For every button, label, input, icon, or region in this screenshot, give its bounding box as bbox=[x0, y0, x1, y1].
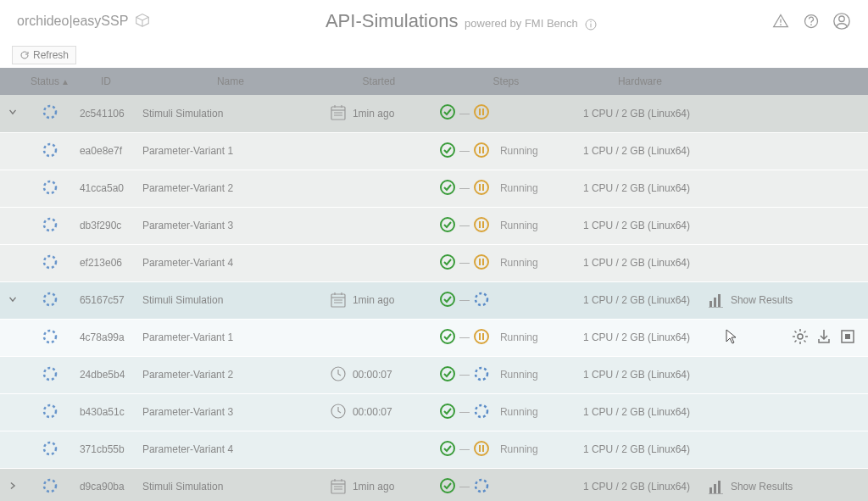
pause-icon bbox=[473, 103, 490, 123]
check-icon bbox=[439, 477, 456, 497]
table-row[interactable]: 2c541106 Stimuli Simulation 1min ago — 1… bbox=[0, 95, 868, 132]
check-icon bbox=[439, 253, 456, 273]
row-hardware: 1 CPU / 2 GB (Linux64) bbox=[578, 95, 702, 132]
step-label: Running bbox=[500, 182, 538, 194]
pause-icon bbox=[473, 253, 490, 273]
warning-icon[interactable] bbox=[771, 12, 790, 31]
status-spinner-icon bbox=[42, 329, 58, 344]
table-row[interactable]: 4c78a99a Parameter-Variant 1 — Running 1… bbox=[0, 319, 868, 356]
check-icon bbox=[439, 440, 456, 459]
row-name: Parameter-Variant 3 bbox=[137, 393, 324, 431]
started-text: 1min ago bbox=[353, 481, 394, 493]
row-id: b430a51c bbox=[75, 393, 137, 431]
status-spinner-icon bbox=[42, 478, 58, 493]
info-icon[interactable] bbox=[584, 18, 598, 31]
chart-icon[interactable] bbox=[707, 477, 724, 497]
show-results-link[interactable]: Show Results bbox=[731, 294, 793, 306]
table-row[interactable]: 65167c57 Stimuli Simulation 1min ago — 1… bbox=[0, 281, 868, 319]
spinner-icon bbox=[473, 291, 490, 310]
row-name: Parameter-Variant 2 bbox=[137, 356, 324, 393]
status-spinner-icon bbox=[42, 366, 58, 381]
row-name: Stimuli Simulation bbox=[137, 95, 324, 132]
row-id: 41cca5a0 bbox=[75, 170, 137, 207]
dash-icon: — bbox=[459, 220, 470, 231]
table-row[interactable]: b430a51c Parameter-Variant 3 00:00:07 — … bbox=[0, 393, 868, 431]
table-row[interactable]: ea0e8e7f Parameter-Variant 1 — Running 1… bbox=[0, 132, 868, 170]
refresh-button[interactable]: Refresh bbox=[12, 46, 76, 64]
pause-icon bbox=[473, 216, 490, 236]
status-spinner-icon bbox=[42, 180, 58, 195]
chevron-right-icon[interactable] bbox=[7, 482, 19, 494]
app-header: orchideo | easySSP API-Simulations power… bbox=[0, 0, 868, 42]
table-row[interactable]: 24dbe5b4 Parameter-Variant 2 00:00:07 — … bbox=[0, 356, 868, 393]
pause-icon bbox=[473, 328, 490, 348]
calendar-icon bbox=[329, 290, 348, 311]
col-status[interactable]: Status▲ bbox=[25, 68, 75, 95]
table-row[interactable]: 371cb55b Parameter-Variant 4 — Running 1… bbox=[0, 431, 868, 468]
spinner-icon bbox=[473, 477, 490, 497]
col-expand bbox=[0, 68, 25, 95]
table-header: Status▲ ID Name Started Steps Hardware bbox=[0, 68, 868, 95]
gear-icon[interactable] bbox=[792, 328, 809, 348]
calendar-icon bbox=[329, 476, 348, 498]
show-results-link[interactable]: Show Results bbox=[731, 481, 793, 493]
table-row[interactable]: d9ca90ba Stimuli Simulation 1min ago — 1… bbox=[0, 468, 868, 501]
refresh-label: Refresh bbox=[33, 49, 69, 61]
page-title: API-Simulations bbox=[326, 10, 459, 31]
chevron-down-icon[interactable] bbox=[7, 109, 19, 120]
step-label: Running bbox=[500, 369, 538, 381]
row-hardware: 1 CPU / 2 GB (Linux64) bbox=[578, 468, 702, 501]
calendar-icon bbox=[329, 103, 348, 124]
col-started[interactable]: Started bbox=[324, 68, 434, 95]
page-title-wrap: API-Simulations powered by FMI Bench bbox=[152, 10, 771, 32]
row-id: ea0e8e7f bbox=[75, 132, 137, 170]
status-spinner-icon bbox=[42, 441, 58, 456]
dash-icon: — bbox=[459, 108, 470, 120]
download-icon[interactable] bbox=[815, 328, 832, 348]
row-hardware: 1 CPU / 2 GB (Linux64) bbox=[578, 244, 702, 281]
col-name[interactable]: Name bbox=[137, 68, 324, 95]
step-label: Running bbox=[500, 220, 538, 231]
row-id: 24dbe5b4 bbox=[75, 356, 137, 393]
table-row[interactable]: 41cca5a0 Parameter-Variant 2 — Running 1… bbox=[0, 170, 868, 207]
row-hardware: 1 CPU / 2 GB (Linux64) bbox=[578, 319, 702, 356]
box-icon bbox=[133, 11, 152, 31]
step-label: Running bbox=[500, 145, 538, 157]
check-icon bbox=[439, 328, 456, 348]
stop-icon[interactable] bbox=[839, 328, 856, 348]
sort-asc-icon: ▲ bbox=[61, 77, 70, 86]
toolbar: Refresh bbox=[0, 42, 868, 68]
dash-icon: — bbox=[459, 331, 470, 343]
row-hardware: 1 CPU / 2 GB (Linux64) bbox=[578, 207, 702, 244]
cursor-icon bbox=[724, 328, 737, 348]
row-name: Stimuli Simulation bbox=[137, 468, 324, 501]
svg-point-8 bbox=[839, 16, 844, 21]
user-icon[interactable] bbox=[832, 12, 851, 31]
dash-icon: — bbox=[459, 443, 470, 455]
row-name: Stimuli Simulation bbox=[137, 281, 324, 319]
chart-icon[interactable] bbox=[707, 291, 724, 310]
row-name: Parameter-Variant 4 bbox=[137, 431, 324, 468]
status-spinner-icon bbox=[42, 292, 58, 307]
logo: orchideo | easySSP bbox=[17, 11, 152, 31]
row-hardware: 1 CPU / 2 GB (Linux64) bbox=[578, 132, 702, 170]
dash-icon: — bbox=[459, 182, 470, 194]
dash-icon: — bbox=[459, 481, 470, 493]
table-row[interactable]: db3f290c Parameter-Variant 3 — Running 1… bbox=[0, 207, 868, 244]
status-spinner-icon bbox=[42, 217, 58, 232]
row-id: 65167c57 bbox=[75, 281, 137, 319]
started-text: 00:00:07 bbox=[353, 406, 392, 418]
help-icon[interactable] bbox=[802, 12, 821, 31]
check-icon bbox=[439, 216, 456, 236]
table-row[interactable]: ef213e06 Parameter-Variant 4 — Running 1… bbox=[0, 244, 868, 281]
col-hardware[interactable]: Hardware bbox=[578, 68, 702, 95]
started-text: 1min ago bbox=[353, 108, 394, 120]
chevron-down-icon[interactable] bbox=[7, 296, 19, 308]
col-steps[interactable]: Steps bbox=[434, 68, 578, 95]
step-label: Running bbox=[500, 443, 538, 455]
col-id[interactable]: ID bbox=[75, 68, 137, 95]
svg-point-4 bbox=[780, 24, 782, 25]
row-name: Parameter-Variant 2 bbox=[137, 170, 324, 207]
check-icon bbox=[439, 291, 456, 310]
row-hardware: 1 CPU / 2 GB (Linux64) bbox=[578, 393, 702, 431]
